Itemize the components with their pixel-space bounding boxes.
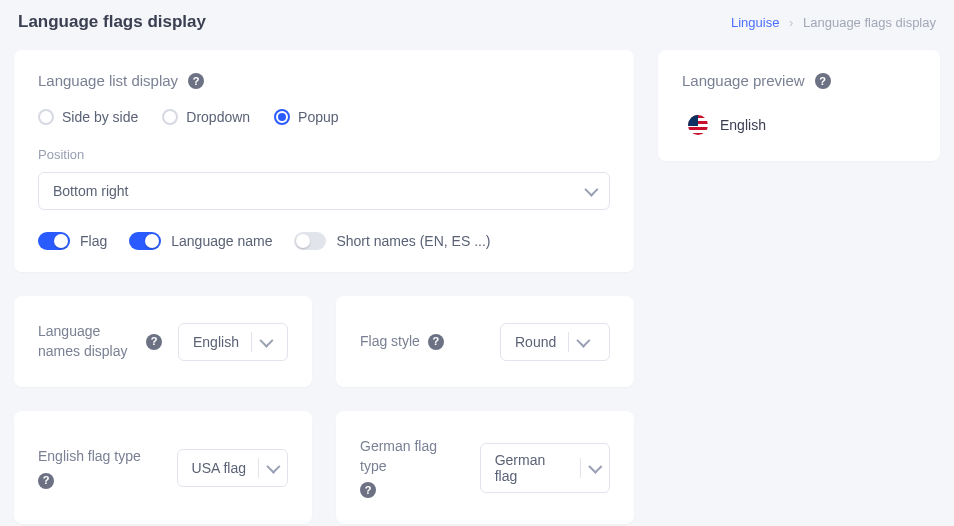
help-icon[interactable]: ? xyxy=(360,482,376,498)
toggle-short-names-group: Short names (EN, ES ...) xyxy=(294,232,490,250)
chevron-down-icon xyxy=(266,459,280,473)
radio-side-by-side[interactable]: Side by side xyxy=(38,109,138,125)
chevron-down-icon xyxy=(577,333,591,347)
flag-style-select[interactable]: Round xyxy=(500,323,610,361)
display-mode-radio-group: Side by side Dropdown Popup xyxy=(38,109,610,125)
card-flag-style: Flag style ? Round xyxy=(336,296,634,387)
chevron-down-icon xyxy=(584,183,598,197)
names-display-select[interactable]: English xyxy=(178,323,288,361)
radio-dot-icon xyxy=(162,109,178,125)
names-display-label: Language names display ? xyxy=(38,322,162,361)
radio-popup[interactable]: Popup xyxy=(274,109,338,125)
german-flag-type-label: German flag type ? xyxy=(360,437,464,498)
breadcrumb-current: Language flags display xyxy=(803,15,936,30)
position-select[interactable]: Bottom right xyxy=(38,172,610,210)
section-title-display: Language list display ? xyxy=(38,72,610,89)
page-title: Language flags display xyxy=(18,12,206,32)
help-icon[interactable]: ? xyxy=(188,73,204,89)
usa-flag-icon xyxy=(688,115,708,135)
radio-dropdown[interactable]: Dropdown xyxy=(162,109,250,125)
toggle-short-names[interactable] xyxy=(294,232,326,250)
help-icon[interactable]: ? xyxy=(815,73,831,89)
toggle-language-name-group: Language name xyxy=(129,232,272,250)
toggles-row: Flag Language name Short names (EN, ES .… xyxy=(38,232,610,250)
breadcrumb-root-link[interactable]: Linguise xyxy=(731,15,779,30)
card-language-preview: Language preview ? English xyxy=(658,50,940,161)
section-title-preview: Language preview ? xyxy=(682,72,916,89)
radio-dot-icon xyxy=(38,109,54,125)
help-icon[interactable]: ? xyxy=(38,473,54,489)
position-label: Position xyxy=(38,147,610,162)
toggle-flag-group: Flag xyxy=(38,232,107,250)
radio-dot-icon xyxy=(274,109,290,125)
card-german-flag-type: German flag type ? German flag xyxy=(336,411,634,524)
german-flag-type-select[interactable]: German flag xyxy=(480,443,610,493)
help-icon[interactable]: ? xyxy=(146,334,162,350)
english-flag-type-label: English flag type ? xyxy=(38,447,141,489)
toggle-flag[interactable] xyxy=(38,232,70,250)
help-icon[interactable]: ? xyxy=(428,334,444,350)
toggle-language-name[interactable] xyxy=(129,232,161,250)
card-language-list-display: Language list display ? Side by side Dro… xyxy=(14,50,634,272)
page-header: Language flags display Linguise › Langua… xyxy=(14,12,940,32)
breadcrumb-separator: › xyxy=(789,15,793,30)
flag-style-label: Flag style ? xyxy=(360,332,444,352)
chevron-down-icon xyxy=(589,459,603,473)
breadcrumb: Linguise › Language flags display xyxy=(731,15,936,30)
card-english-flag-type: English flag type ? USA flag xyxy=(14,411,312,524)
preview-language-item[interactable]: English xyxy=(682,105,916,139)
card-language-names-display: Language names display ? English xyxy=(14,296,312,387)
english-flag-type-select[interactable]: USA flag xyxy=(177,449,288,487)
chevron-down-icon xyxy=(259,333,273,347)
